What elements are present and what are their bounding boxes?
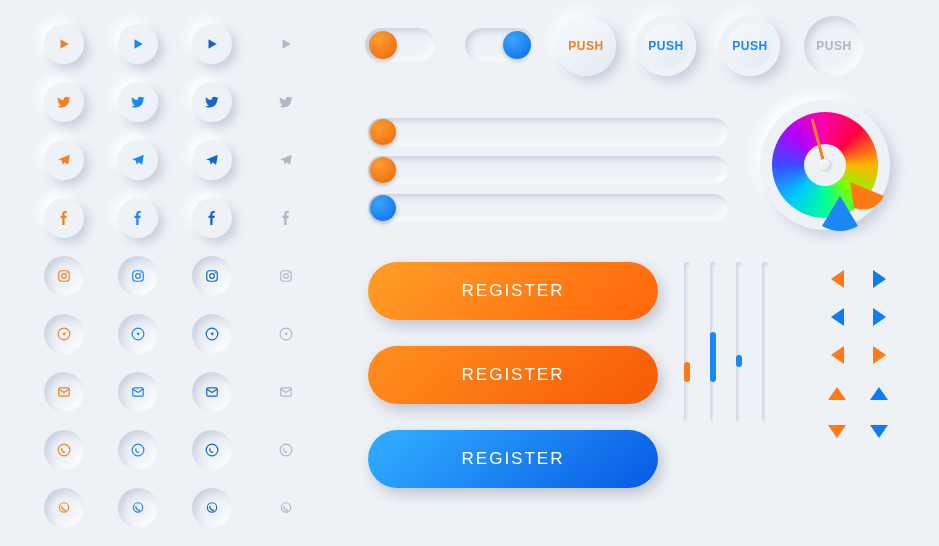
icon-button-grid: [34, 18, 316, 534]
viber-button-orange[interactable]: [44, 488, 84, 528]
viber-button-blue[interactable]: [118, 488, 158, 528]
mail-button-darkblue[interactable]: [192, 372, 232, 412]
telegram-icon: [131, 153, 145, 167]
viber-icon: [131, 501, 145, 515]
whatsapp-icon: [57, 443, 71, 457]
whatsapp-button-blue[interactable]: [118, 430, 158, 470]
telegram-button-orange[interactable]: [44, 140, 84, 180]
telegram-button-grey[interactable]: [266, 140, 306, 180]
arrow-pad: [824, 266, 892, 444]
twitter-icon: [279, 95, 293, 109]
arrow-r-blue-0[interactable]: [873, 270, 886, 288]
facebook-button-blue[interactable]: [118, 198, 158, 238]
slider-2[interactable]: [368, 156, 728, 184]
push-button-blue-1[interactable]: PUSH: [636, 16, 696, 76]
push-button-blue-2[interactable]: PUSH: [720, 16, 780, 76]
push-button-grey[interactable]: PUSH: [804, 16, 864, 76]
twitter-button-darkblue[interactable]: [192, 82, 232, 122]
mail-button-grey[interactable]: [266, 372, 306, 412]
arrow-l-orange-0[interactable]: [831, 270, 844, 288]
instagram-icon: [205, 269, 219, 283]
toggle-switch-orange[interactable]: [365, 28, 435, 62]
instagram-icon: [131, 269, 145, 283]
telegram-button-blue[interactable]: [118, 140, 158, 180]
instagram-button-darkblue[interactable]: [192, 256, 232, 296]
arrow-l-blue-1[interactable]: [831, 308, 844, 326]
twitter-icon: [57, 95, 71, 109]
mail-icon: [205, 385, 219, 399]
twitter-button-orange[interactable]: [44, 82, 84, 122]
register-button-1[interactable]: REGISTER: [368, 262, 658, 320]
eq-bar-1[interactable]: [684, 262, 690, 422]
play-button-blue[interactable]: [118, 24, 158, 64]
instagram-icon: [279, 269, 293, 283]
telegram-icon: [279, 153, 293, 167]
arrow-d-orange-4[interactable]: [828, 425, 846, 438]
facebook-button-darkblue[interactable]: [192, 198, 232, 238]
facebook-icon: [131, 211, 145, 225]
push-button-orange[interactable]: PUSH: [556, 16, 616, 76]
viber-icon: [57, 501, 71, 515]
viber-button-darkblue[interactable]: [192, 488, 232, 528]
arrow-l-orange-2[interactable]: [831, 346, 844, 364]
play-button-grey[interactable]: [266, 24, 306, 64]
mail-icon: [279, 385, 293, 399]
color-wheel-pointer-orange[interactable]: [846, 178, 886, 214]
whatsapp-button-orange[interactable]: [44, 430, 84, 470]
arrow-u-blue-3[interactable]: [870, 387, 888, 400]
facebook-button-grey[interactable]: [266, 198, 306, 238]
telegram-icon: [205, 153, 219, 167]
compass-button-darkblue[interactable]: [192, 314, 232, 354]
play-icon: [205, 37, 219, 51]
compass-button-orange[interactable]: [44, 314, 84, 354]
register-button-3[interactable]: REGISTER: [368, 430, 658, 488]
instagram-button-grey[interactable]: [266, 256, 306, 296]
whatsapp-button-grey[interactable]: [266, 430, 306, 470]
twitter-icon: [205, 95, 219, 109]
facebook-icon: [279, 211, 293, 225]
mail-icon: [131, 385, 145, 399]
compass-button-blue[interactable]: [118, 314, 158, 354]
facebook-icon: [205, 211, 219, 225]
play-icon: [279, 37, 293, 51]
arrow-u-orange-3[interactable]: [828, 387, 846, 400]
compass-icon: [205, 327, 219, 341]
mail-button-orange[interactable]: [44, 372, 84, 412]
compass-icon: [279, 327, 293, 341]
eq-bar-4[interactable]: [762, 262, 768, 422]
compass-button-grey[interactable]: [266, 314, 306, 354]
facebook-icon: [57, 211, 71, 225]
compass-icon: [131, 327, 145, 341]
play-button-darkblue[interactable]: [192, 24, 232, 64]
instagram-icon: [57, 269, 71, 283]
arrow-r-blue-1[interactable]: [873, 308, 886, 326]
facebook-button-orange[interactable]: [44, 198, 84, 238]
eq-bar-3[interactable]: [736, 262, 742, 422]
whatsapp-button-darkblue[interactable]: [192, 430, 232, 470]
instagram-button-blue[interactable]: [118, 256, 158, 296]
arrow-d-blue-4[interactable]: [870, 425, 888, 438]
color-wheel[interactable]: [760, 100, 890, 230]
mail-icon: [57, 385, 71, 399]
telegram-button-darkblue[interactable]: [192, 140, 232, 180]
twitter-button-blue[interactable]: [118, 82, 158, 122]
telegram-icon: [57, 153, 71, 167]
arrow-r-orange-2[interactable]: [873, 346, 886, 364]
slider-3[interactable]: [368, 194, 728, 222]
play-icon: [131, 37, 145, 51]
viber-button-grey[interactable]: [266, 488, 306, 528]
whatsapp-icon: [205, 443, 219, 457]
twitter-icon: [131, 95, 145, 109]
register-button-2[interactable]: REGISTER: [368, 346, 658, 404]
viber-icon: [205, 501, 219, 515]
eq-bar-2[interactable]: [710, 262, 716, 422]
mail-button-blue[interactable]: [118, 372, 158, 412]
play-icon: [57, 37, 71, 51]
toggle-switch-blue[interactable]: [465, 28, 535, 62]
whatsapp-icon: [131, 443, 145, 457]
whatsapp-icon: [279, 443, 293, 457]
instagram-button-orange[interactable]: [44, 256, 84, 296]
play-button-orange[interactable]: [44, 24, 84, 64]
twitter-button-grey[interactable]: [266, 82, 306, 122]
slider-1[interactable]: [368, 118, 728, 146]
